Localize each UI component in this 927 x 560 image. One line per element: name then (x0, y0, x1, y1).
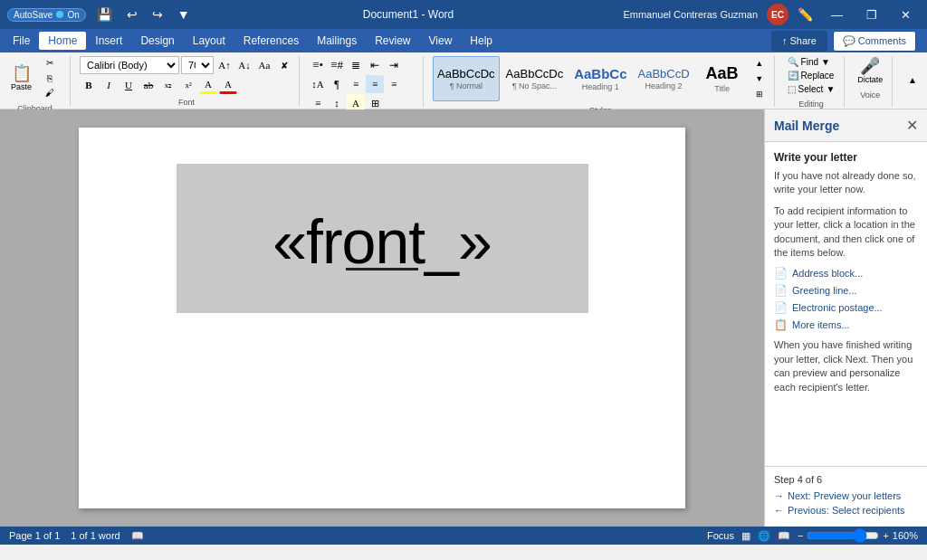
font-name-select[interactable]: Calibri (Body) (80, 56, 179, 74)
align-center-btn[interactable]: ≡ (366, 75, 384, 93)
zoom-slider[interactable] (807, 528, 879, 543)
minimize-btn[interactable]: — (822, 6, 852, 24)
panel-text-3: When you have finished writing your lett… (774, 338, 918, 394)
increase-indent-btn[interactable]: ⇥ (385, 56, 403, 74)
style-heading1[interactable]: AaBbCc Heading 1 (569, 56, 631, 101)
menu-home[interactable]: Home (39, 32, 86, 50)
text-highlight-btn[interactable]: A (199, 76, 217, 94)
autosave-toggle[interactable]: AutoSave On (7, 8, 86, 22)
pen-icon[interactable]: ✏️ (794, 5, 817, 24)
zoom-out-btn[interactable]: − (798, 530, 803, 541)
multilevel-btn[interactable]: ≣ (347, 56, 365, 74)
panel-title: Mail Merge (774, 119, 839, 133)
panel-section-title: Write your letter (774, 151, 918, 164)
next-link[interactable]: → Next: Preview your letters (774, 490, 918, 501)
select-button[interactable]: ⬚ Select ▼ (784, 83, 839, 95)
menu-mailings[interactable]: Mailings (308, 32, 366, 50)
menu-references[interactable]: References (234, 32, 308, 50)
share-button[interactable]: ↑ Share (771, 31, 827, 52)
print-layout-icon[interactable]: ▦ (741, 530, 750, 542)
styles-expand[interactable]: ⊞ (750, 87, 769, 101)
panel-text-2: To add recipient information to your let… (774, 204, 918, 261)
user-avatar: EC (767, 4, 788, 25)
style-heading1-label: Heading 1 (582, 82, 619, 91)
bold-button[interactable]: B (80, 76, 98, 94)
style-normal[interactable]: AaBbCcDc ¶ Normal (433, 56, 500, 101)
comments-button[interactable]: 💬 Comments (833, 31, 916, 52)
document-title: Document1 - Word (194, 8, 624, 21)
show-marks-btn[interactable]: ¶ (328, 75, 346, 93)
style-heading1-preview: AaBbCc (574, 66, 626, 82)
zoom-in-btn[interactable]: + (883, 530, 888, 541)
menu-help[interactable]: Help (461, 32, 502, 50)
decrease-font-btn[interactable]: A↓ (235, 56, 253, 74)
decrease-indent-btn[interactable]: ⇤ (366, 56, 384, 74)
merge-field-block: «front_» (177, 164, 588, 313)
menu-file[interactable]: File (4, 32, 39, 50)
autosave-label: AutoSave (14, 10, 53, 20)
address-block-link[interactable]: 📄 Address block... (774, 267, 918, 280)
prev-link[interactable]: ← Previous: Select recipients (774, 505, 918, 516)
numbering-btn[interactable]: ≡# (328, 56, 346, 74)
close-btn[interactable]: ✕ (892, 6, 920, 24)
panel-text-1: If you have not already done so, write y… (774, 169, 918, 197)
style-no-spacing[interactable]: AaBbCcDc ¶ No Spac... (502, 56, 569, 101)
title-bar-right: Emmanuel Contreras Guzman EC ✏️ — ❐ ✕ (623, 4, 920, 25)
sort-btn[interactable]: ↕A (309, 75, 327, 93)
styles-group: AaBbCcDc ¶ Normal AaBbCcDc ¶ No Spac... … (427, 56, 775, 107)
find-button[interactable]: 🔍 Find ▼ (784, 56, 839, 68)
greeting-line-link[interactable]: 📄 Greeting line... (774, 284, 918, 297)
increase-font-btn[interactable]: A↑ (215, 56, 234, 74)
italic-button[interactable]: I (100, 76, 118, 94)
greeting-line-icon: 📄 (774, 284, 788, 297)
panel-header: Mail Merge ✕ (765, 109, 927, 142)
cut-button[interactable]: ✂ (37, 56, 62, 70)
dictate-button[interactable]: 🎤 Dictate (854, 56, 886, 86)
electronic-postage-icon: 📄 (774, 301, 788, 314)
focus-btn[interactable]: Focus (707, 530, 734, 541)
next-arrow: → (774, 490, 784, 501)
subscript-btn[interactable]: x₂ (159, 76, 177, 94)
undo-icon[interactable]: ↩ (123, 5, 141, 24)
menu-review[interactable]: Review (366, 32, 419, 50)
redo-icon[interactable]: ↪ (148, 5, 167, 24)
save-icon[interactable]: 💾 (93, 5, 116, 24)
font-color-btn[interactable]: A (219, 76, 237, 94)
menu-design[interactable]: Design (131, 32, 183, 50)
more-items-link[interactable]: 📋 More items... (774, 318, 918, 331)
panel-close-btn[interactable]: ✕ (906, 117, 918, 134)
ribbon-collapse-btn[interactable]: ▲ (903, 71, 922, 89)
menu-layout[interactable]: Layout (184, 32, 234, 50)
bullets-btn[interactable]: ≡• (309, 56, 327, 74)
styles-scroll-up[interactable]: ▲ (750, 56, 769, 71)
strikethrough-btn[interactable]: ab (139, 76, 158, 94)
menu-insert[interactable]: Insert (86, 32, 131, 50)
font-size-select[interactable]: 70 (181, 56, 214, 74)
clear-format-btn[interactable]: ✘ (275, 56, 293, 74)
dictate-label: Dictate (857, 75, 883, 84)
prev-label: Previous: Select recipients (788, 505, 905, 516)
format-painter-button[interactable]: 🖌 (37, 86, 62, 100)
change-case-btn[interactable]: Aa (255, 56, 273, 74)
replace-icon: 🔄 (788, 71, 798, 81)
read-mode-icon[interactable]: 📖 (778, 530, 790, 542)
paste-button[interactable]: 📋 Paste (7, 56, 35, 100)
styles-scroll-down[interactable]: ▼ (750, 71, 769, 86)
menu-view[interactable]: View (420, 32, 462, 50)
style-heading2[interactable]: AaBbCcD Heading 2 (634, 56, 694, 101)
replace-button[interactable]: 🔄 Replace (784, 70, 839, 81)
web-layout-icon[interactable]: 🌐 (758, 530, 770, 542)
align-left-btn[interactable]: ≡ (347, 75, 365, 93)
restore-btn[interactable]: ❐ (857, 6, 886, 24)
editing-label: Editing (798, 100, 824, 109)
paste-icon: 📋 (12, 65, 32, 81)
underline-button[interactable]: U (119, 76, 138, 94)
align-right-btn[interactable]: ≡ (385, 75, 403, 93)
customize-icon[interactable]: ▼ (174, 5, 194, 24)
style-title[interactable]: AaB Title (696, 56, 749, 101)
copy-button[interactable]: ⎘ (37, 71, 62, 85)
style-heading2-preview: AaBbCcD (638, 67, 690, 81)
electronic-postage-link[interactable]: 📄 Electronic postage... (774, 301, 918, 314)
document-page[interactable]: «front_» (79, 128, 685, 508)
superscript-btn[interactable]: x² (179, 76, 197, 94)
